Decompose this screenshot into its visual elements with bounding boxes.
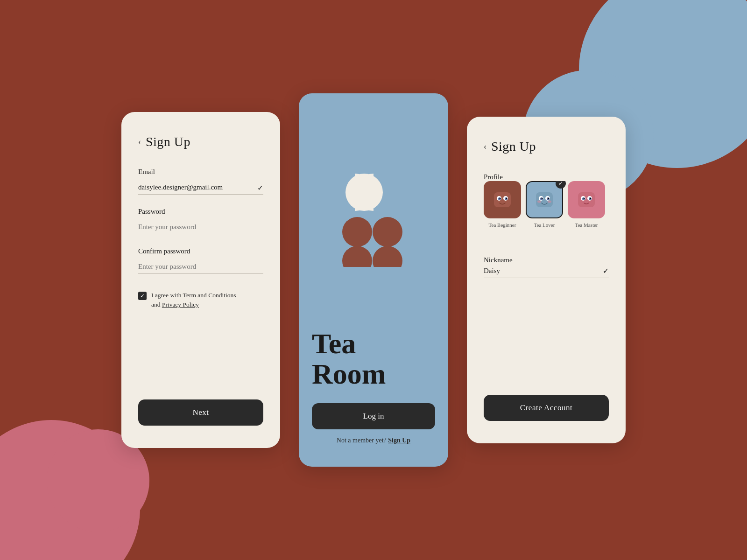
- email-group: Email ✓: [138, 168, 263, 195]
- confirm-password-label: Confirm password: [138, 247, 263, 255]
- avatar-tea-master[interactable]: Tea Master: [568, 181, 605, 228]
- card1-title: Sign Up: [146, 134, 190, 149]
- svg-point-11: [506, 198, 507, 199]
- back-arrow-icon[interactable]: ‹: [138, 137, 141, 147]
- avatar-tea-beginner-label: Tea Beginner: [489, 222, 516, 228]
- email-input[interactable]: [138, 181, 263, 195]
- avatar-tea-lover-label: Tea Lover: [534, 222, 555, 228]
- tearoom-signup-text: Not a member yet? Sign Up: [312, 437, 435, 444]
- svg-point-19: [537, 201, 541, 203]
- avatar-tea-lover-img: ✓: [526, 181, 563, 218]
- svg-point-2: [373, 217, 402, 247]
- avatar-tea-master-label: Tea Master: [575, 222, 598, 228]
- login-button[interactable]: Log in: [312, 403, 435, 429]
- confirm-password-input-row: [138, 260, 263, 274]
- svg-point-15: [540, 197, 543, 200]
- svg-point-24: [582, 197, 585, 200]
- avatar-tea-lover-check: ✓: [556, 181, 566, 189]
- nickname-group: Nickname ✓: [484, 256, 609, 278]
- email-input-row: ✓: [138, 181, 263, 195]
- svg-point-8: [498, 197, 501, 200]
- confirm-password-input[interactable]: [138, 260, 263, 274]
- card3-header: ‹ Sign Up: [484, 139, 609, 154]
- avatar-tea-beginner-img: [484, 181, 521, 218]
- svg-rect-21: [578, 192, 595, 207]
- profile-avatars: Tea Beginner ✓: [484, 181, 609, 228]
- svg-point-4: [373, 246, 402, 267]
- svg-rect-5: [494, 192, 511, 207]
- password-input-row: [138, 220, 263, 234]
- tea-master-face: [574, 188, 599, 212]
- profile-label: Profile: [484, 173, 503, 181]
- profile-card: ‹ Sign Up Profile: [467, 117, 626, 443]
- svg-point-1: [342, 217, 372, 247]
- svg-point-20: [548, 201, 551, 203]
- tea-lover-face: [532, 188, 557, 212]
- next-button[interactable]: Next: [138, 399, 263, 426]
- tea-beginner-face: [490, 188, 514, 212]
- email-check-icon: ✓: [257, 183, 263, 192]
- svg-point-17: [542, 198, 543, 199]
- password-group: Password: [138, 208, 263, 234]
- nickname-input[interactable]: [484, 264, 603, 278]
- terms-label: I agree with Term and Conditionsand Priv…: [151, 291, 236, 310]
- cards-wrapper: ‹ Sign Up Email ✓ Password Confirm passw…: [121, 93, 626, 467]
- svg-point-26: [584, 198, 585, 199]
- svg-point-25: [589, 197, 592, 200]
- card1-header: ‹ Sign Up: [138, 134, 263, 149]
- tearoom-card: TeaRoom Log in Not a member yet? Sign Up: [299, 93, 448, 467]
- password-input[interactable]: [138, 220, 263, 234]
- password-label: Password: [138, 208, 263, 216]
- tearoom-logo-area: [312, 93, 435, 319]
- tearoom-signup-link[interactable]: Sign Up: [388, 437, 410, 444]
- nickname-check-icon: ✓: [603, 266, 609, 275]
- card3-title: Sign Up: [491, 139, 536, 154]
- svg-point-10: [500, 198, 500, 199]
- avatar-tea-master-img: [568, 181, 605, 218]
- profile-group: Profile: [484, 173, 609, 243]
- avatar-tea-beginner[interactable]: Tea Beginner: [484, 181, 521, 228]
- confirm-password-group: Confirm password: [138, 247, 263, 274]
- avatar-tea-lover[interactable]: ✓: [526, 181, 563, 228]
- tearoom-buttons: Log in Not a member yet? Sign Up: [312, 403, 435, 444]
- svg-point-27: [590, 198, 591, 199]
- card3-back-arrow-icon[interactable]: ‹: [484, 142, 486, 152]
- terms-checkbox-row: ✓ I agree with Term and Conditionsand Pr…: [138, 291, 263, 310]
- svg-point-3: [342, 246, 372, 267]
- privacy-link[interactable]: Privacy Policy: [162, 301, 199, 308]
- nickname-label: Nickname: [484, 256, 513, 264]
- email-label: Email: [138, 168, 263, 176]
- terms-link[interactable]: Term and Conditions: [183, 292, 236, 299]
- tearoom-title: TeaRoom: [312, 329, 435, 389]
- svg-point-16: [547, 197, 550, 200]
- tearoom-logo: [327, 164, 420, 267]
- svg-rect-12: [536, 192, 553, 207]
- terms-checkbox[interactable]: ✓: [138, 292, 147, 300]
- svg-point-0: [345, 174, 383, 211]
- svg-point-9: [505, 197, 507, 200]
- create-account-button[interactable]: Create Account: [484, 395, 609, 421]
- svg-point-18: [548, 198, 549, 199]
- signup-card: ‹ Sign Up Email ✓ Password Confirm passw…: [121, 112, 280, 448]
- nickname-input-row: ✓: [484, 264, 609, 278]
